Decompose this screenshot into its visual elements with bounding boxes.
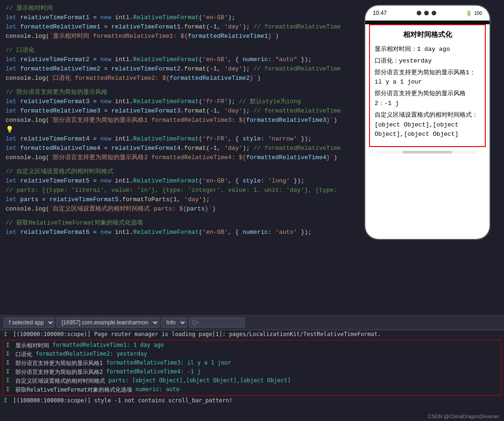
- phone-content-box: 相对时间格式化 显示相对时间：1 day ago 口语化：yesterday 部…: [369, 24, 486, 147]
- phone-status-icons: 🔋 100: [466, 10, 482, 16]
- editor-area: // 显示相对时间 let relativeTimeFormat1 = new …: [0, 0, 504, 315]
- log-search-input[interactable]: [189, 317, 245, 328]
- phone-notch: [417, 11, 436, 15]
- level-select[interactable]: Info: [161, 317, 187, 328]
- code-line: let relativeTimeFormat5 = new intl.Relat…: [0, 176, 360, 186]
- console-hl-line-4: I 部分语言支持更为简短的显示风格2 formattedRelativeTime…: [5, 368, 499, 377]
- console-hl-line-6: I 获取RelativeTimeFormat对象的格式化选项 numeric: …: [5, 386, 499, 394]
- code-line-empty: [0, 41, 360, 46]
- console-text-page-load: [(100000:100000:scope)] Page router mana…: [13, 331, 381, 337]
- process-select[interactable]: [16957] com.example.learnharmonyos: [57, 317, 159, 328]
- phone-dot-2: [424, 11, 429, 15]
- phone-frame: 10:47 🔋 100 相对时间格式化 显示相对时间：1: [364, 5, 490, 240]
- code-line: // 口语化: [0, 46, 360, 55]
- phone-screen-line-5: 自定义区域设置格式的相对时间格式：[object Object],[object…: [375, 111, 480, 140]
- console-hl-line-1: I 显示相对时间 formattedRelativeTime1: 1 day a…: [5, 341, 499, 350]
- code-line: console.log(`口语化 formattedRelativeTime2:…: [0, 74, 360, 83]
- code-line: // 显示相对时间: [0, 4, 360, 13]
- phone-dot-1: [417, 11, 421, 15]
- code-line-empty: [0, 83, 360, 88]
- code-line: console.log(`部分语言支持更为简短的显示风格1 formattedR…: [0, 116, 360, 125]
- lightbulb-icon: 💡: [6, 125, 14, 134]
- code-line: let relativeTimeFormat4 = new intl.Relat…: [0, 134, 360, 144]
- phone-battery-icon: 🔋: [466, 10, 472, 16]
- code-line: let formattedRelativeTime2 = relativeTim…: [0, 64, 360, 74]
- code-line: let formattedRelativeTime3 = relativeTim…: [0, 106, 360, 116]
- phone-scrollbar-thumb: [403, 151, 452, 154]
- console-hl-line-3: I 部分语言支持更为简短的显示风格1 formattedRelativeTime…: [5, 359, 499, 368]
- console-hl-line-5: I 自定义区域设置格式的相对时间格式 parts: [object Object…: [5, 377, 499, 386]
- code-line-empty: [0, 162, 360, 167]
- console-area: I [(100000:100000:scope)] Page router ma…: [0, 330, 504, 421]
- watermark: CSDN @ChinaDragonDreamer: [428, 414, 499, 419]
- code-line: let formattedRelativeTime4 = relativeTim…: [0, 144, 360, 153]
- phone-status-bar: 10:47 🔋 100: [365, 6, 490, 21]
- lightbulb-line: 💡: [0, 125, 360, 134]
- console-line-last: I [(100000:100000:scope)] style -1 not c…: [0, 397, 504, 405]
- code-comment: // 显示相对时间: [6, 4, 53, 13]
- code-line: // 自定义区域设置格式的相对时间格式: [0, 167, 360, 176]
- phone-dot-3: [432, 11, 436, 15]
- code-line: console.log(`显示相对时间 formattedRelativeTim…: [0, 32, 360, 41]
- phone-screen-line-2: 口语化：yesterday: [375, 56, 480, 66]
- code-line: let relativeTimeFormat3 = new intl.Relat…: [0, 97, 360, 106]
- console-hl-line-2: I 口语化 formattedRelativeTime2: yesterday: [5, 350, 499, 359]
- phone-time: 10:47: [373, 10, 387, 16]
- code-line: // parts: [{type: 'literal', value: 'in'…: [0, 186, 360, 195]
- code-line: console.log(`部分语言支持更为简短的显示风格2 formattedR…: [0, 153, 360, 162]
- phone-scrollbar: [378, 151, 477, 154]
- console-highlighted-block: I 显示相对时间 formattedRelativeTime1: 1 day a…: [3, 340, 501, 396]
- toolbar: f selected app [16957] com.example.learn…: [0, 315, 504, 330]
- code-panel: // 显示相对时间 let relativeTimeFormat1 = new …: [0, 0, 360, 315]
- phone-screen-line-3: 部分语言支持更为简短的显示风格1：il y a 1 jour: [375, 68, 480, 88]
- code-line: // 部分语言支持更为简短的显示风格: [0, 88, 360, 97]
- console-line-page-load: I [(100000:100000:scope)] Page router ma…: [0, 330, 504, 339]
- code-line: let relativeTimeFormat1 = new intl.Relat…: [0, 13, 360, 22]
- code-line: let relativeTimeFormat2 = new intl.Relat…: [0, 55, 360, 64]
- console-text-last: [(100000:100000:scope)] style -1 not con…: [13, 397, 233, 404]
- app-select[interactable]: f selected app: [4, 317, 55, 328]
- code-line-empty: [0, 214, 360, 218]
- phone-panel: 10:47 🔋 100 相对时间格式化 显示相对时间：1: [360, 0, 495, 315]
- phone-content-title: 相对时间格式化: [375, 30, 480, 41]
- code-line: let formattedRelativeTime1 = relativeTim…: [0, 22, 360, 32]
- phone-screen-line-1: 显示相对时间：1 day ago: [375, 45, 480, 55]
- keyword: let: [6, 13, 20, 22]
- phone-screen-line-4: 部分语言支持更为简短的显示风格2：-1 j: [375, 89, 480, 109]
- code-line: console.log(`自定义区域设置格式的相对时间格式 parts: ${p…: [0, 204, 360, 214]
- code-line: let relativeTimeFormat6 = new intl.Relat…: [0, 228, 360, 237]
- phone-battery-label: 100: [474, 11, 482, 16]
- code-line: let parts = relativeTimeFormat5.formatTo…: [0, 195, 360, 204]
- code-line: // 获取RelativeTimeFormat对象的格式化选项: [0, 218, 360, 228]
- phone-screen: 相对时间格式化 显示相对时间：1 day ago 口语化：yesterday 部…: [365, 24, 490, 239]
